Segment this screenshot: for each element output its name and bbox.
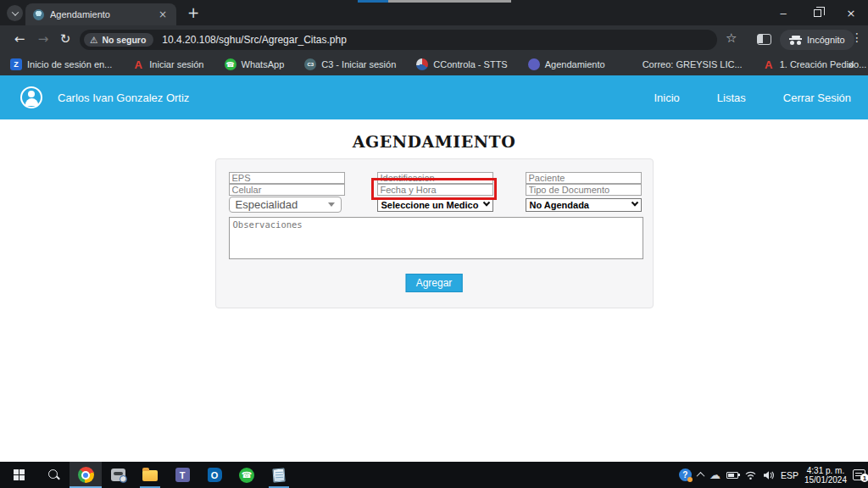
agendamiento-icon <box>528 58 540 70</box>
battery-icon[interactable] <box>726 472 738 479</box>
taskbar-whatsapp-button[interactable]: ☎ <box>231 462 263 488</box>
start-button[interactable] <box>0 462 37 488</box>
taskbar-teams-button[interactable]: T <box>166 462 198 488</box>
incognito-badge[interactable]: Incógnito <box>780 30 854 50</box>
taskbar-robot-app-button[interactable] <box>102 462 134 488</box>
bookmark-agendamiento[interactable]: Agendamiento <box>528 58 605 70</box>
forward-button[interactable]: → <box>34 30 53 49</box>
security-label: No seguro <box>102 35 146 45</box>
agendada-select[interactable]: No Agendada <box>526 198 642 212</box>
appointment-form-panel: Especialidad Seleccione un Medico No Age… <box>215 158 654 308</box>
bookmarks-bar: Z Inicio de sesión en... A Iniciar sesió… <box>0 53 868 75</box>
whatsapp-icon: ☎ <box>239 468 254 483</box>
screen-edge-artifact-blue <box>358 0 388 3</box>
agendada-selected-value: No Agendada <box>530 200 590 210</box>
site-header: Carlos Ivan Gonzalez Ortiz Inicio Listas… <box>0 75 868 119</box>
close-button[interactable]: × <box>834 0 868 25</box>
chrome-icon <box>78 467 94 483</box>
bookmark-label: CControla - STTS <box>433 59 507 69</box>
identificacion-input[interactable] <box>377 172 493 184</box>
bookmarks-overflow-icon[interactable]: » <box>848 58 854 71</box>
system-tray: ? ☁ ESP 4:31 p. m. 15/01/2024 1 <box>679 462 865 488</box>
notification-center-icon[interactable]: 1 <box>853 469 865 480</box>
medico-select[interactable]: Seleccione un Medico <box>377 198 493 212</box>
microsoft-icon <box>626 58 637 70</box>
reload-button[interactable]: ↻ <box>56 30 75 49</box>
onedrive-cloud-icon[interactable]: ☁ <box>709 469 721 480</box>
windows-logo-icon <box>14 469 25 480</box>
fecha-hora-input[interactable] <box>377 184 493 196</box>
side-panel-icon[interactable] <box>757 34 771 45</box>
taskbar-outlook-button[interactable]: O <box>198 462 231 488</box>
wifi-icon[interactable] <box>744 470 757 480</box>
bookmark-label: Inicio de sesión en... <box>27 59 112 69</box>
nav-inicio[interactable]: Inicio <box>654 92 679 104</box>
taskbar-explorer-button[interactable] <box>134 462 166 488</box>
url-text: 10.4.20.108/sghu/Src/Agregar_Citas.php <box>162 34 346 46</box>
bookmark-label: WhatsApp <box>242 59 285 69</box>
incognito-icon <box>789 36 802 45</box>
security-chip[interactable]: ⚠ No seguro <box>84 33 153 47</box>
browser-tab[interactable]: Agendamiento × <box>25 3 176 25</box>
language-indicator[interactable]: ESP <box>781 470 798 480</box>
notepad-icon <box>272 468 285 482</box>
agregar-button[interactable]: Agregar <box>406 274 463 292</box>
medico-selected-value: Seleccione un Medico <box>381 200 479 210</box>
celular-input[interactable] <box>229 184 345 196</box>
especialidad-selected-value: Especialidad <box>236 198 298 211</box>
observaciones-textarea[interactable] <box>229 217 643 259</box>
search-icon <box>47 469 60 481</box>
back-button[interactable]: ← <box>10 30 29 49</box>
paciente-input[interactable] <box>526 172 642 184</box>
bookmark-iniciar-sesion[interactable]: A Iniciar sesión <box>132 58 203 70</box>
clock-time: 4:31 p. m. <box>807 466 844 475</box>
aranda-icon: A <box>763 58 775 70</box>
user-name: Carlos Ivan Gonzalez Ortiz <box>58 92 189 104</box>
chevron-down-icon <box>11 8 18 15</box>
bookmark-ccontrola[interactable]: CControla - STTS <box>416 58 507 70</box>
restore-icon <box>814 9 821 17</box>
chevron-down-icon <box>482 199 489 206</box>
incognito-label: Incógnito <box>807 35 845 45</box>
tab-favicon-icon <box>33 9 44 20</box>
screen: Agendamiento × + – × ← → ↻ ⚠ No seguro 1… <box>0 0 868 488</box>
page-content: AGENDAMIENTO Especialidad Seleccione un … <box>0 119 868 462</box>
tab-title: Agendamiento <box>50 9 157 19</box>
nav-listas[interactable]: Listas <box>717 92 746 104</box>
taskbar-clock[interactable]: 4:31 p. m. 15/01/2024 <box>804 466 847 485</box>
minimize-button[interactable]: – <box>766 0 800 25</box>
taskbar-notepad-button[interactable] <box>263 462 295 488</box>
bookmark-zimbra[interactable]: Z Inicio de sesión en... <box>10 58 112 70</box>
tab-close-icon[interactable]: × <box>157 8 169 20</box>
browser-menu-icon[interactable]: ⋮ <box>851 30 863 44</box>
tab-search-button[interactable] <box>7 5 23 21</box>
page-title: AGENDAMIENTO <box>0 132 868 151</box>
nav-cerrar-sesion[interactable]: Cerrar Sesión <box>783 92 851 104</box>
notification-count-badge: 1 <box>860 474 868 482</box>
tray-overflow-chevron-icon[interactable] <box>696 472 704 480</box>
tipo-documento-input[interactable] <box>526 184 642 196</box>
whatsapp-icon: ☎ <box>225 58 236 70</box>
bookmark-label: C3 - Iniciar sesión <box>321 59 396 69</box>
bookmark-correo[interactable]: Correo: GREYSIS LIC... <box>626 58 743 70</box>
warning-icon: ⚠ <box>90 35 97 45</box>
bookmark-label: Agendamiento <box>545 59 605 69</box>
aranda-icon: A <box>132 58 144 70</box>
taskbar-search-button[interactable] <box>37 462 70 488</box>
windows-taskbar: T O ☎ ? ☁ ESP 4:31 p. m. 15/01/2024 <box>0 462 868 488</box>
bookmark-whatsapp[interactable]: ☎ WhatsApp <box>225 58 285 70</box>
ccontrola-icon <box>416 58 428 70</box>
browser-titlebar: Agendamiento × + – × <box>0 0 868 25</box>
bookmark-star-icon[interactable]: ☆ <box>726 30 737 46</box>
restore-button[interactable] <box>800 0 834 25</box>
speaker-icon[interactable] <box>763 470 775 480</box>
eps-input[interactable] <box>229 172 345 184</box>
address-bar[interactable]: ⚠ No seguro 10.4.20.108/sghu/Src/Agregar… <box>80 30 717 50</box>
especialidad-select[interactable]: Especialidad <box>229 197 342 213</box>
help-tray-icon[interactable]: ? <box>679 469 692 481</box>
bookmark-c3[interactable]: C3 C3 - Iniciar sesión <box>304 58 396 70</box>
bookmark-label: Iniciar sesión <box>149 59 203 69</box>
taskbar-chrome-button[interactable] <box>70 462 102 488</box>
new-tab-button[interactable]: + <box>183 3 203 24</box>
screen-edge-artifact-gray <box>388 0 511 3</box>
